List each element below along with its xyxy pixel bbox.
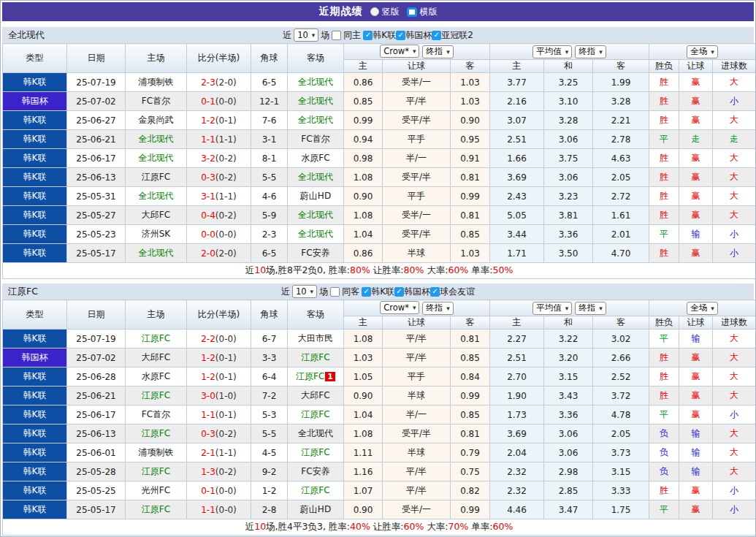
col-corner: 角球 [251,44,288,73]
recent-count-select[interactable]: 10▾ [292,285,317,298]
away-team: 江原FC [301,485,329,495]
league-checkbox[interactable]: ✓ [394,287,404,297]
odds-home-cell: 1.04 [344,225,383,244]
league-checkbox[interactable]: ✓ [430,287,440,297]
fulltime-score: 2-2 [201,334,215,344]
avg-away-cell: 3.15 [593,462,649,481]
layout-radio-horizontal[interactable]: 横版 [407,6,438,18]
score-cell: 0-1(0-0) [187,92,251,111]
table-row: 韩K联25-06-17全北现代3-2(0-2)8-1水原FC0.98半/一0.9… [3,149,756,168]
col-result: 胜负 [649,60,679,73]
filter-controls: 近 10▾ 场 同客 ✓韩K联✓韩国杯✓球会友谊 [2,285,754,298]
home-cell: 全北现代 [126,187,187,206]
home-cell: 全北现代 [126,149,187,168]
type-cell: 韩国杯 [3,92,67,111]
date-cell: 25-07-02 [67,349,126,367]
summary-part: 70% [448,521,469,532]
league-filters: ✓韩K联✓韩国杯✓亚冠联2 [363,29,473,42]
home-team: 全北现代 [139,191,174,201]
bookmaker-select[interactable]: Crow*▾ [380,301,419,314]
goals-result-cell: 大 [713,462,756,481]
league-checkbox[interactable]: ✓ [363,31,373,40]
fulltime-score: 0-3 [201,429,215,439]
radio-horizontal-icon[interactable] [407,7,417,17]
league-label: 韩国杯 [404,286,430,298]
date-cell: 25-06-21 [67,386,126,405]
goals-result-cell: 大 [713,367,756,386]
table-row: 韩K联25-06-13江原FC0-3(0-2)5-5全北现代1.08受平/半0.… [3,168,756,187]
col-avg-home: 主 [490,60,544,73]
radio-vertical-icon[interactable] [370,7,379,16]
home-cell: 大邱FC [126,206,187,225]
handicap-result-cell: 输 [679,330,713,349]
type-cell: 韩K联 [3,405,67,424]
final-index-select[interactable]: 终指▾ [422,302,454,315]
halftime-score: (2-0) [215,248,237,259]
odds-home-cell: 1.03 [344,349,383,367]
scope-select[interactable]: 全场▾ [687,302,718,315]
radio-horizontal-label: 横版 [420,6,438,18]
recent-count-select[interactable]: 10▾ [294,28,318,42]
fulltime-score: 1-2 [201,115,215,126]
final-index-select[interactable]: 终指▾ [422,45,454,58]
same-venue-checkbox[interactable] [330,287,340,297]
col-avg-away: 客 [593,316,649,330]
odds-handicap-cell: 受平/半 [383,424,451,443]
layout-radio-vertical[interactable]: 竖版 [370,6,400,18]
score-cell: 3-0(1-0) [187,386,251,405]
league-checkbox[interactable]: ✓ [396,31,405,40]
same-venue-checkbox[interactable] [332,31,341,40]
avg-away-cell: 2.05 [593,168,649,187]
odds-away-cell: 0.81 [451,168,490,187]
col-home: 主场 [126,300,187,330]
goals-result-cell: 大 [713,349,756,367]
home-team: 水原FC [142,371,170,381]
scope-select[interactable]: 全场▾ [687,45,718,58]
same-venue-label: 同主 [343,29,361,42]
odds-handicap-cell: 受半/一 [383,206,451,225]
odds-home-cell: 0.85 [344,92,383,111]
date-cell: 25-06-21 [67,130,126,149]
col-odds-handicap: 让球 [383,316,451,330]
bookmaker-select[interactable]: Crow*▾ [380,45,419,58]
type-cell: 韩K联 [3,225,67,244]
goals-result-cell: 大 [713,187,756,206]
result-cell: 负 [649,424,679,443]
date-cell: 25-06-28 [67,367,126,386]
score-cell: 0-0(0-0) [187,225,251,244]
chevron-down-icon: ▾ [413,47,416,55]
away-cell: 全北现代 [288,168,344,187]
home-cell: 江原FC [126,462,187,481]
col-result: 胜负 [649,316,679,330]
handicap-result-cell: 赢 [679,481,713,500]
odds-handicap-cell: 平/半 [383,349,451,367]
corner-cell: 6-5 [251,244,288,263]
final-index-select-2[interactable]: 终指▾ [575,45,606,58]
odds-away-cell: 0.91 [451,149,490,168]
average-select[interactable]: 平均值▾ [532,45,572,58]
corner-cell: 2-8 [251,500,288,519]
odds-handicap-cell: 平/半 [383,462,451,481]
corner-cell: 5-9 [251,206,288,225]
league-checkbox[interactable]: ✓ [432,31,441,40]
odds-away-cell: 1.03 [451,92,490,111]
corner-cell: 6-7 [251,330,288,349]
date-cell: 25-06-13 [67,424,126,443]
chevron-down-icon: ▾ [711,305,714,312]
home-cell: 大邱FC [126,349,187,367]
final-index-select-2[interactable]: 终指▾ [575,302,606,315]
home-team: FC首尔 [142,96,170,106]
table-row: 韩K联25-06-27金泉尚武1-2(0-1)7-6全北现代0.99受平/半0.… [3,111,756,130]
type-cell: 韩K联 [3,130,67,149]
handicap-result-cell: 赢 [679,149,713,168]
section-bar: 江原FC 近 10▾ 场 同客 ✓韩K联✓韩国杯✓球会友谊 [2,283,754,300]
corner-cell: 12-1 [251,92,288,111]
avg-draw-cell: 3.50 [544,244,593,263]
league-filter: ✓韩国杯 [394,286,430,298]
league-checkbox[interactable]: ✓ [362,287,371,297]
avg-away-cell: 4.63 [593,149,649,168]
average-select[interactable]: 平均值▾ [532,302,572,315]
avg-home-cell: 1.71 [490,244,544,263]
date-cell: 25-05-27 [67,206,126,225]
table-row: 韩K联25-06-28水原FC1-2(0-1)6-4江原FC11.05平手0.8… [3,367,756,386]
